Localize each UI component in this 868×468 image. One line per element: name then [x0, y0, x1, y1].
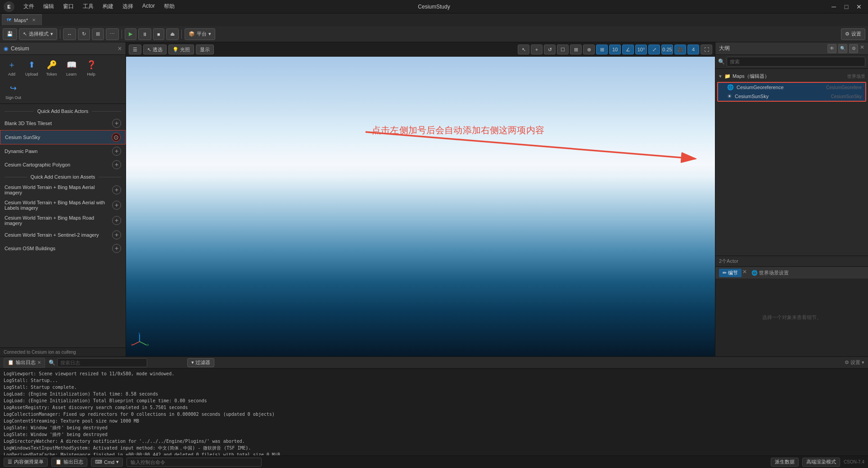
outline-search-ctrl[interactable]: 🔍 — [838, 44, 847, 53]
viewport-maximize-button[interactable]: ⛶ — [701, 45, 712, 54]
menu-select[interactable]: 选择 — [121, 2, 135, 11]
save-button[interactable]: 💾 — [3, 28, 17, 40]
translate-button[interactable]: ↔ — [63, 28, 76, 40]
aerial-labels-item[interactable]: Cesium World Terrain + Bing Maps Aerial … — [0, 198, 126, 213]
menu-window[interactable]: 窗口 — [61, 2, 76, 11]
blank-tileset-item[interactable]: Blank 3D Tiles Tileset ＋ — [0, 117, 126, 130]
viewport-ctrl-6[interactable]: ⊕ — [583, 45, 595, 54]
road-imagery-add-icon[interactable]: ＋ — [112, 216, 121, 225]
rotate-button[interactable]: ↻ — [78, 28, 90, 40]
content-drawer-button[interactable]: ☰ 内容侧滑菜单 — [4, 458, 48, 467]
outline-georeference-item[interactable]: 🌐 CesiumGeoreference CesiumGeorefere — [718, 83, 865, 92]
menu-actor[interactable]: Actor — [140, 2, 157, 11]
osm-buildings-item[interactable]: Cesium OSM Buildings ＋ — [0, 242, 126, 255]
viewport-menu-button[interactable]: ☰ — [129, 45, 141, 54]
output-log-status-button[interactable]: 📋 输出日志 — [51, 458, 87, 467]
output-log-settings-button[interactable]: ⚙ 设置 ▾ — [845, 359, 864, 366]
cesium-sunsky-item[interactable]: Cesium SunSky ⊙ — [0, 130, 126, 144]
sky-gradient — [126, 57, 715, 356]
viewport-scale-value[interactable]: 0.25 — [661, 45, 673, 54]
menu-file[interactable]: 文件 — [22, 2, 36, 11]
cesium-add-button[interactable]: ＋ Add — [4, 58, 20, 77]
viewport-select-button[interactable]: ↖ 透选 — [143, 45, 167, 54]
derive-data-button[interactable]: 派生数据 — [771, 458, 799, 467]
dynamic-pawn-item[interactable]: Dynamic Pawn ＋ — [0, 144, 126, 158]
output-log-tab[interactable]: 📋 输出日志 ✕ — [4, 358, 45, 368]
details-tab-world[interactable]: 🌐 世界场景设置 — [748, 269, 792, 277]
settings-button[interactable]: ⚙ 设置 — [841, 28, 865, 40]
viewport-angle-button[interactable]: ∠ — [622, 45, 634, 54]
viewport-ctrl-4[interactable]: ☐ — [557, 45, 569, 54]
viewport[interactable]: ☰ ↖ 透选 💡 光照 显示 ↖ + ↺ ☐ ⊞ ⊕ ⊞ 10 — [126, 42, 715, 356]
cesium-toolbar: ＋ Add ⬆ Upload 🔑 Token 📖 Learn ❓ Help ↪ — [0, 55, 126, 104]
cartographic-polygon-add-icon[interactable]: ＋ — [112, 160, 121, 169]
aerial-labels-add-icon[interactable]: ＋ — [112, 201, 121, 210]
title-bar: E 文件 编辑 窗口 工具 构建 选择 Actor 帮助 CesiumStudy… — [0, 0, 868, 14]
menu-build[interactable]: 构建 — [101, 2, 115, 11]
dynamic-pawn-add-icon[interactable]: ＋ — [112, 147, 121, 156]
outline-settings-ctrl[interactable]: ⚙ — [849, 44, 858, 53]
aerial-imagery-item[interactable]: Cesium World Terrain + Bing Maps Aerial … — [0, 182, 126, 198]
output-log-search-input[interactable] — [57, 358, 147, 367]
osm-buildings-add-icon[interactable]: ＋ — [112, 244, 121, 253]
filter-label: 过滤器 — [195, 359, 210, 366]
maximize-button[interactable]: □ — [841, 2, 852, 11]
cmd-button[interactable]: ⌨ Cmd ▾ — [91, 458, 123, 467]
cesium-help-button[interactable]: ❓ Help — [83, 58, 99, 77]
viewport-ctrl-2[interactable]: + — [531, 45, 542, 54]
pause-button[interactable]: ⏸ — [138, 28, 151, 40]
menu-edit[interactable]: 编辑 — [41, 2, 56, 11]
viewport-angle-value[interactable]: 10° — [635, 45, 647, 54]
tab-close-icon[interactable]: ✕ — [31, 17, 37, 23]
minimize-button[interactable]: ─ — [828, 2, 839, 11]
cesium-panel-close[interactable]: ✕ — [118, 45, 122, 52]
platform-button[interactable]: 📦 平台 ▾ — [185, 28, 215, 40]
viewport-display-button[interactable]: 显示 — [196, 45, 214, 54]
viewport-ctrl-1[interactable]: ↖ — [518, 45, 529, 54]
menu-help[interactable]: 帮助 — [162, 2, 176, 11]
viewport-scale-button[interactable]: ⤢ — [648, 45, 660, 54]
viewport-grid-button[interactable]: ⊞ — [596, 45, 608, 54]
cesium-token-button[interactable]: 🔑 Token — [44, 58, 60, 77]
road-imagery-item[interactable]: Cesium World Terrain + Bing Maps Road im… — [0, 213, 126, 228]
outline-sunsky-item[interactable]: ☀ CesiumSunSky CesiumSunSky — [718, 92, 865, 101]
viewport-cam-value[interactable]: 4 — [687, 45, 699, 54]
output-log-close[interactable]: ✕ — [37, 360, 41, 365]
play-button[interactable]: ▶ — [125, 28, 136, 40]
cesium-learn-button[interactable]: 📖 Learn — [63, 58, 80, 77]
high-render-button[interactable]: 高端渲染模式 — [802, 458, 840, 467]
output-log-filter-button[interactable]: ▾ 过滤器 — [187, 358, 214, 367]
cartographic-polygon-item[interactable]: Cesium Cartographic Polygon ＋ — [0, 158, 126, 171]
cesium-sunsky-add-icon[interactable]: ⊙ — [112, 133, 121, 142]
close-button[interactable]: ✕ — [854, 2, 864, 11]
sentinel-imagery-label: Cesium World Terrain + Sentinel-2 imager… — [5, 232, 99, 238]
details-tab-close[interactable]: ✕ — [742, 269, 747, 277]
stop-button[interactable]: ■ — [153, 28, 164, 40]
outline-close-button[interactable]: ✕ — [860, 44, 864, 53]
console-input[interactable] — [127, 458, 262, 467]
sentinel-imagery-add-icon[interactable]: ＋ — [112, 230, 121, 239]
tab-maps[interactable]: 🗺 Maps* ✕ — [2, 14, 42, 25]
viewport-ctrl-3[interactable]: ↺ — [544, 45, 556, 54]
more-button[interactable]: ⋯ — [106, 28, 119, 40]
select-mode-button[interactable]: ↖ 选择模式 ▾ — [19, 28, 57, 40]
cesium-upload-button[interactable]: ⬆ Upload — [23, 58, 40, 77]
ue-logo: E — [4, 1, 14, 12]
sentinel-imagery-item[interactable]: Cesium World Terrain + Sentinel-2 imager… — [0, 228, 126, 242]
log-icon: 📋 — [8, 360, 14, 365]
aerial-imagery-add-icon[interactable]: ＋ — [112, 185, 121, 194]
outline-eye-button[interactable]: 👁 — [827, 44, 836, 53]
viewport-cam-button[interactable]: 🎥 — [674, 45, 686, 54]
menu-tools[interactable]: 工具 — [81, 2, 95, 11]
viewport-ctrl-5[interactable]: ⊞ — [570, 45, 582, 54]
viewport-grid-value[interactable]: 10 — [609, 45, 621, 54]
learn-icon: 📖 — [65, 58, 78, 71]
blank-tileset-add-icon[interactable]: ＋ — [112, 119, 121, 128]
details-tab-edit[interactable]: ✏ 编节 — [719, 269, 741, 277]
settings-label: 设置 — [851, 31, 861, 37]
scale-button[interactable]: ⊞ — [92, 28, 104, 40]
outline-search-input[interactable] — [727, 57, 865, 67]
eject-button[interactable]: ⏏ — [166, 28, 179, 40]
viewport-light-button[interactable]: 💡 光照 — [168, 45, 194, 54]
cesium-signout-button[interactable]: ↪ Sign Out — [4, 81, 23, 101]
